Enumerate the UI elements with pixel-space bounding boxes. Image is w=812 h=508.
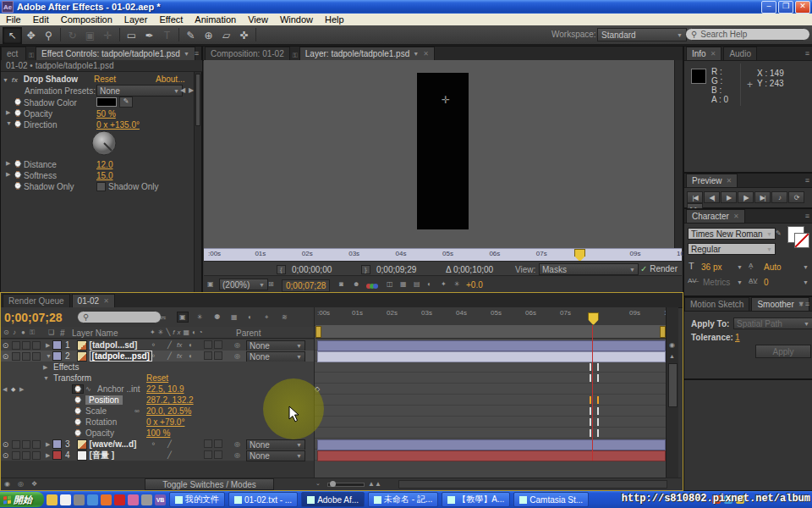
eye-icon[interactable]: ⊙ [1,341,10,350]
next-frame-button[interactable]: |▶ [738,191,754,203]
layer4-duration-bar[interactable] [317,450,666,461]
effect-reset-link[interactable]: Reset [94,75,116,84]
set-in-point-button[interactable]: { [277,265,286,274]
task-button-1[interactable]: 01-02.txt - ... [228,492,298,507]
close-icon[interactable]: ✕ [727,177,732,185]
layer3-duration-bar[interactable] [317,439,666,450]
effect-about-link[interactable]: About... [156,75,184,84]
timeline-playhead[interactable] [588,312,599,325]
close-icon[interactable]: ✕ [733,213,739,220]
task-button-5[interactable]: Camtasia St... [513,492,589,507]
close-icon[interactable]: ✕ [103,297,109,305]
font-size-value[interactable]: 36 px [701,262,721,272]
tracking-value[interactable]: 0 [764,278,769,287]
keyframe-marker-transform[interactable] [590,374,599,382]
camera-icon[interactable] [141,494,152,505]
opacity-value[interactable]: 50 % [96,109,116,119]
layer-name-column-header[interactable]: Layer Name [72,329,118,338]
index-column-header[interactable]: # [60,329,65,338]
exposure-value[interactable]: +0.0 [466,280,483,290]
eyedropper-icon[interactable]: ✎ [776,229,782,237]
effect-controls-tab[interactable]: Effect Controls: tadpole/tadpole1.psd ▼ [36,47,195,60]
expand-layers-icon[interactable]: ◉ [4,480,10,488]
layer-name[interactable]: [tadpol...sd] [90,340,138,350]
twirl-right-icon[interactable]: ▶ [46,452,52,459]
twirl-down-icon[interactable]: ▼ [43,375,50,381]
keyframe-marker-effects[interactable] [590,363,599,371]
transfer-controls-icon[interactable]: ❖ [31,480,37,488]
twirl-down-icon[interactable]: ▼ [46,353,52,359]
panel-menu-icon[interactable]: ≡ [805,49,809,58]
font-style-dropdown[interactable]: Regular ▼ [688,243,776,255]
scroll-up-icon[interactable]: ▲ [669,353,675,359]
frame-blend-icon[interactable]: ⚉ [214,313,220,321]
scale-label[interactable]: Scale [85,406,107,416]
keyframe-marker-opacity[interactable] [590,429,599,437]
search-help-input[interactable]: ⚲ Search Help [685,28,810,41]
effects-switch[interactable]: fx [177,352,182,360]
project-panel-tab[interactable]: ect [1,47,26,60]
render-queue-tab[interactable]: Render Queue [3,294,70,307]
first-frame-button[interactable]: |◀ [687,191,703,203]
pen-tool[interactable]: ✒ [140,28,158,43]
mail-icon[interactable] [128,494,139,505]
graph-editor-icon[interactable]: ≋ [282,313,288,321]
stopwatch-icon[interactable]: ⌚ [74,407,82,415]
stroke-color-swatch[interactable] [794,233,809,248]
eraser-tool[interactable]: ▱ [217,28,235,43]
viewer-canvas[interactable]: ✛ [204,60,675,248]
expand-icon[interactable]: ▣ [207,280,214,288]
composition-mini-flowchart-icon[interactable]: ⚎ [160,313,166,321]
menu-animation[interactable]: Animation [189,14,242,25]
collapse-switch[interactable]: ⚬ [151,352,156,360]
presets-dropdown[interactable]: None ▼ [96,85,183,97]
collapse-switch[interactable]: ⚬ [151,440,156,448]
anchor-point-value[interactable]: 22.5, 10.9 [146,384,184,394]
layer-row-2[interactable]: ⊙ ▼ 2 [tadpole...psd] ⚬ ╱ fx ◐ ◎ None ▼ [1,351,314,362]
keyframe-diamond-icon[interactable]: ◆ [11,386,15,393]
keyframe-marker-position-selected[interactable] [590,396,599,404]
effects-switch[interactable]: fx [177,341,182,349]
chevron-down-icon[interactable]: ▼ [737,279,743,285]
label-color-chip[interactable] [52,340,62,350]
timeline-search-input[interactable]: ⚲ [77,311,162,323]
render-checkbox[interactable]: ✓ Render [640,264,678,273]
parent-column-header[interactable]: Parent [236,329,261,338]
stopwatch-icon[interactable]: ⌚ [14,171,22,179]
task-button-4[interactable]: 【教學】A... [442,492,510,507]
timeline-comp-tab[interactable]: 01-02 ✕ [72,294,115,307]
next-keyframe-icon[interactable]: ▶ [19,386,24,393]
hand-tool[interactable]: ✥ [22,28,40,43]
parent-pickwhip-icon[interactable]: ◎ [234,341,240,349]
menu-composition[interactable]: Composition [55,14,118,25]
transform-group-row[interactable]: ▼ Transform Reset [1,373,314,384]
firefox-icon[interactable] [101,494,112,505]
stopwatch-icon[interactable]: ⌚ [14,182,22,190]
timeline-vscroll[interactable]: ◉ ▲ [666,307,678,478]
task-button-3[interactable]: 未命名 - 記... [368,492,438,507]
effects-group-row[interactable]: ▶ Effects [1,362,314,373]
stopwatch-icon[interactable]: ⌚ [14,120,22,128]
work-area-end-handle[interactable] [660,326,666,338]
restore-button[interactable]: ❒ [778,1,793,14]
work-area-start-handle[interactable] [315,326,321,338]
kerning-value[interactable]: Metrics [703,278,730,287]
pan-behind-tool[interactable]: ✛ [99,28,117,43]
toggle-switches-button[interactable]: Toggle Switches / Modes [145,478,274,490]
leading-value[interactable]: Auto [764,262,782,272]
region-of-interest-icon[interactable]: ▦ [400,280,407,288]
scroll-thumb[interactable] [668,363,678,407]
menu-edit[interactable]: Edit [27,14,55,25]
quality-switch[interactable]: ╱ [167,341,172,349]
quality-switch[interactable]: ╱ [167,352,172,360]
motion-blur-icon[interactable]: ▦ [231,313,238,321]
motion-sketch-tab[interactable]: Motion Sketch [684,297,749,311]
direction-value[interactable]: 0 x +135.0° [96,120,140,130]
panel-menu-icon[interactable]: ≡ [195,49,199,58]
menu-help[interactable]: Help [319,14,350,25]
work-area-bar[interactable] [315,325,666,339]
menu-effect[interactable]: Effect [153,14,189,25]
quality-switch[interactable]: ╱ [167,440,172,448]
layer-tab[interactable]: Layer: tadpole/tadpole1.psd ▼ ✕ [299,47,435,60]
twirl-right-icon[interactable]: ▶ [43,364,50,371]
